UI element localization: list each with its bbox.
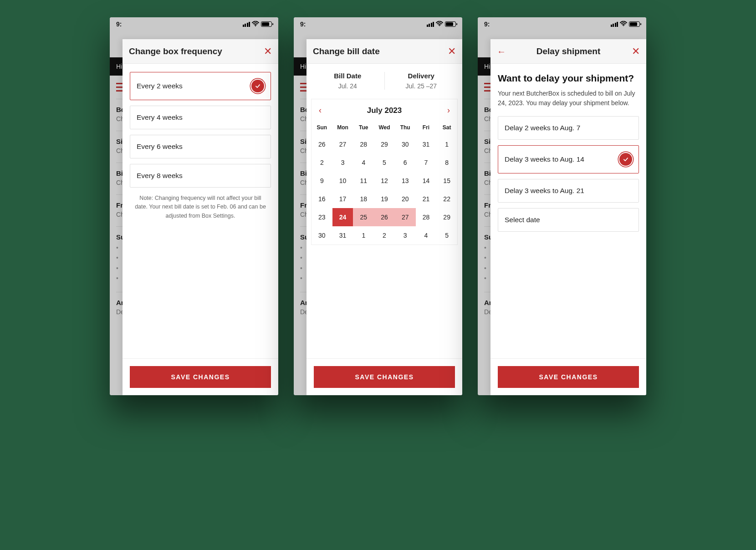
calendar-day[interactable]: 13	[395, 172, 416, 190]
panel-title: Change box frequency	[129, 46, 222, 56]
calendar-day[interactable]: 26	[374, 208, 395, 226]
calendar-day[interactable]: 11	[353, 172, 374, 190]
calendar-header: ‹ July 2023 ›	[312, 99, 457, 122]
panel-title: Change bill date	[313, 46, 380, 56]
delay-option[interactable]: Delay 2 weeks to Aug. 7	[498, 116, 639, 140]
panel-title: Delay shipment	[536, 46, 600, 56]
calendar-day[interactable]: 2	[374, 226, 395, 244]
calendar-day[interactable]: 28	[353, 135, 374, 153]
next-month-icon[interactable]: ›	[444, 106, 453, 115]
calendar-day[interactable]: 8	[436, 153, 457, 172]
delay-option[interactable]: Select date	[498, 208, 639, 232]
status-icons	[611, 20, 640, 28]
calendar-day[interactable]: 27	[332, 135, 353, 153]
calendar-day[interactable]: 15	[436, 172, 457, 190]
frequency-options: Every 2 weeksEvery 4 weeksEvery 6 weeksE…	[130, 72, 271, 188]
calendar-day[interactable]: 30	[312, 226, 332, 244]
calendar-dow: Thu	[395, 122, 416, 135]
calendar-day[interactable]: 12	[374, 172, 395, 190]
phone-delay: 9: Hi BoChSiChBiChFrChSu••••ArDe ← Delay…	[478, 17, 646, 395]
calendar-month: July 2023	[367, 106, 402, 115]
calendar-day[interactable]: 18	[353, 190, 374, 208]
back-icon[interactable]: ←	[497, 47, 506, 56]
calendar-day[interactable]: 4	[416, 226, 437, 244]
wifi-icon	[436, 20, 443, 28]
option-label: Delay 2 weeks to Aug. 7	[505, 124, 580, 132]
panel-header: ← Delay shipment ✕	[490, 39, 646, 64]
calendar-day[interactable]: 29	[374, 135, 395, 153]
calendar-day[interactable]: 29	[436, 208, 457, 226]
delay-panel: ← Delay shipment ✕ Want to delay your sh…	[490, 39, 646, 395]
calendar-day[interactable]: 5	[374, 153, 395, 172]
calendar-day[interactable]: 27	[395, 208, 416, 226]
option-label: Every 6 weeks	[137, 143, 183, 151]
frequency-option[interactable]: Every 4 weeks	[130, 106, 271, 129]
calendar-day[interactable]: 7	[416, 153, 437, 172]
bill-date-col: Bill Date Jul. 24	[311, 72, 384, 90]
calendar-day[interactable]: 9	[312, 172, 332, 190]
status-time: 9:	[116, 20, 122, 28]
delay-heading: Want to delay your shipment?	[498, 72, 639, 84]
close-icon[interactable]: ✕	[264, 46, 272, 56]
close-icon[interactable]: ✕	[632, 46, 640, 56]
panel-footer: SAVE CHANGES	[490, 358, 646, 395]
calendar-day[interactable]: 6	[395, 153, 416, 172]
bill-date-value: Jul. 24	[311, 82, 384, 90]
calendar-day[interactable]: 30	[395, 135, 416, 153]
panel-body: Bill Date Jul. 24 Delivery Jul. 25 –27 ‹…	[306, 64, 462, 358]
delay-option[interactable]: Delay 3 weeks to Aug. 14	[498, 145, 639, 173]
frequency-option[interactable]: Every 8 weeks	[130, 164, 271, 188]
calendar-day[interactable]: 5	[436, 226, 457, 244]
calendar-day[interactable]: 23	[312, 208, 332, 226]
calendar-day[interactable]: 22	[436, 190, 457, 208]
calendar-grid: SunMonTueWedThuFriSat2627282930311234567…	[312, 122, 457, 244]
calendar-day[interactable]: 17	[332, 190, 353, 208]
calendar-day[interactable]: 14	[416, 172, 437, 190]
save-button[interactable]: SAVE CHANGES	[498, 366, 639, 388]
calendar-day[interactable]: 2	[312, 153, 332, 172]
calendar-dow: Sun	[312, 122, 332, 135]
frequency-option[interactable]: Every 6 weeks	[130, 135, 271, 158]
calendar-day[interactable]: 1	[436, 135, 457, 153]
panel-body: Want to delay your shipment? Your next B…	[490, 64, 646, 358]
calendar-dow: Tue	[353, 122, 374, 135]
calendar-day[interactable]: 31	[332, 226, 353, 244]
status-time: 9:	[300, 20, 306, 28]
battery-icon	[629, 21, 640, 27]
calendar-day[interactable]: 16	[312, 190, 332, 208]
calendar-day[interactable]: 20	[395, 190, 416, 208]
option-label: Every 4 weeks	[137, 113, 183, 122]
bill-date-label: Bill Date	[311, 72, 384, 80]
status-icons	[243, 20, 272, 28]
status-bar: 9:	[478, 17, 646, 31]
calendar-day[interactable]: 31	[416, 135, 437, 153]
calendar-day[interactable]: 28	[416, 208, 437, 226]
battery-icon	[445, 21, 456, 27]
calendar-day[interactable]: 25	[353, 208, 374, 226]
panel-footer: SAVE CHANGES	[123, 358, 278, 395]
calendar-day[interactable]: 26	[312, 135, 332, 153]
save-button[interactable]: SAVE CHANGES	[130, 366, 271, 388]
calendar-day[interactable]: 1	[353, 226, 374, 244]
delay-option[interactable]: Delay 3 weeks to Aug. 21	[498, 179, 639, 203]
status-time: 9:	[484, 20, 490, 28]
delivery-value: Jul. 25 –27	[385, 82, 458, 90]
calendar-dow: Fri	[416, 122, 437, 135]
signal-icon	[243, 22, 250, 27]
calendar-day[interactable]: 3	[332, 153, 353, 172]
calendar-day[interactable]: 21	[416, 190, 437, 208]
option-label: Delay 3 weeks to Aug. 21	[505, 187, 584, 195]
save-button[interactable]: SAVE CHANGES	[314, 366, 455, 388]
panel-footer: SAVE CHANGES	[306, 358, 462, 395]
delay-description: Your next ButcherBox is scheduled to bil…	[498, 89, 639, 108]
calendar-day[interactable]: 10	[332, 172, 353, 190]
calendar-day[interactable]: 19	[374, 190, 395, 208]
close-icon[interactable]: ✕	[448, 46, 456, 56]
panel-header: Change bill date ✕	[306, 39, 462, 64]
frequency-option[interactable]: Every 2 weeks	[130, 72, 271, 100]
panel-header: Change box frequency ✕	[123, 39, 278, 64]
calendar-day[interactable]: 4	[353, 153, 374, 172]
prev-month-icon[interactable]: ‹	[316, 106, 324, 115]
calendar-day[interactable]: 3	[395, 226, 416, 244]
calendar-day[interactable]: 24	[332, 208, 353, 226]
